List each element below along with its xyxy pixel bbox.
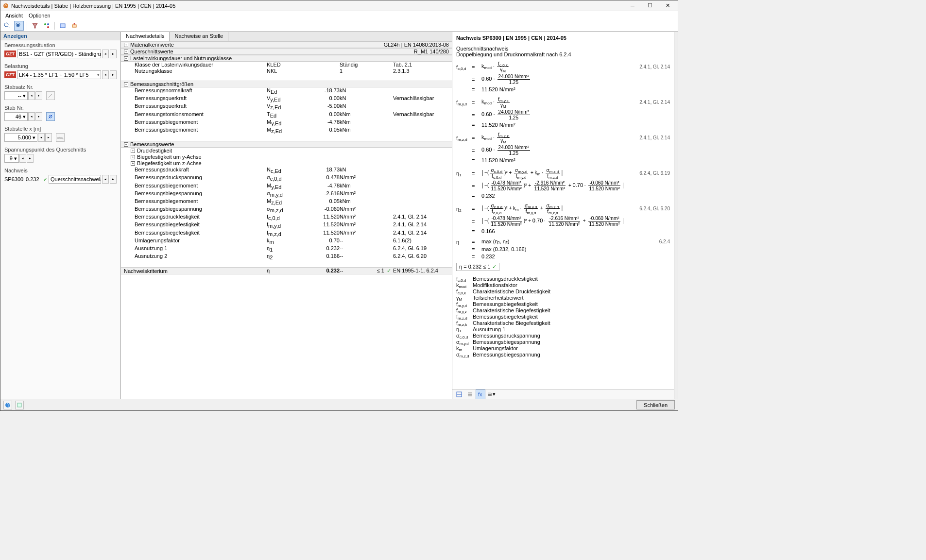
svg-rect-8 xyxy=(60,24,65,28)
expand-icon[interactable]: + xyxy=(131,149,135,153)
check-icon: ✓ xyxy=(492,264,497,270)
svg-rect-9 xyxy=(72,25,76,27)
units-icon[interactable] xyxy=(15,401,24,409)
prev-set-no[interactable]: ◂ xyxy=(28,91,35,100)
prev-member-no[interactable]: ◂ xyxy=(28,112,35,121)
next-set-no[interactable]: ▸ xyxy=(35,91,42,100)
svg-rect-24 xyxy=(17,403,21,407)
toolbar-filter-icon[interactable] xyxy=(30,21,40,31)
svg-point-7 xyxy=(47,23,49,25)
toolbar-separator xyxy=(54,22,55,30)
rt-show-all-icon[interactable] xyxy=(454,390,464,399)
titlebar: Nachweisdetails | Stäbe | Holzbemessung … xyxy=(0,0,678,11)
pick-set-icon[interactable] xyxy=(46,91,55,100)
close-window-button[interactable]: ✕ xyxy=(659,1,676,11)
svg-point-6 xyxy=(47,26,49,28)
toolbar xyxy=(0,20,678,32)
expand-icon[interactable]: + xyxy=(124,43,128,47)
toolbar-separator xyxy=(27,22,27,30)
svg-point-10 xyxy=(74,23,75,24)
content-area: Anzeigen Bemessungssituation GZT BS1 - G… xyxy=(0,32,678,399)
collapse-icon[interactable]: − xyxy=(124,56,128,61)
left-panel-header: Anzeigen xyxy=(0,32,120,40)
design-ratio: 0.232 xyxy=(26,176,42,182)
materials-right: GL24h | EN 14080:2013-08 xyxy=(384,42,452,48)
collapse-icon[interactable]: − xyxy=(124,142,128,147)
window-title: Nachweisdetails | Stäbe | Holzbemessung … xyxy=(11,3,624,9)
svg-point-5 xyxy=(44,23,46,25)
prev-design[interactable]: ◂ xyxy=(102,175,109,184)
app-icon xyxy=(2,2,9,9)
prev-loading[interactable]: ◂ xyxy=(102,70,109,79)
design-id: SP6300 xyxy=(4,176,25,182)
svg-line-2 xyxy=(8,26,10,28)
label-member-no: Stab Nr. xyxy=(4,105,117,111)
label-design-situation: Bemessungssituation xyxy=(4,42,117,48)
legend: fc,0,dBemessungsdruckfestigkeit kmodModi… xyxy=(456,276,670,357)
right-subtitle-2: Doppelbiegung und Drucknormalkraft nach … xyxy=(456,51,670,57)
svg-line-11 xyxy=(49,94,52,98)
prev-x-loc[interactable]: ◂ xyxy=(38,133,45,142)
toolbar-settings-icon[interactable] xyxy=(69,21,79,31)
badge-gzt: GZT xyxy=(4,51,16,57)
next-stress-pt[interactable]: ▸ xyxy=(27,154,34,163)
x-loc-input[interactable]: 5.000 ▾ xyxy=(4,133,37,142)
prev-stress-pt[interactable]: ◂ xyxy=(19,154,26,163)
cross-section-right: R_M1 140/280 xyxy=(414,49,452,54)
menu-view[interactable]: Ansicht xyxy=(2,12,26,19)
scrollbar[interactable] xyxy=(674,32,678,399)
collapse-icon[interactable]: − xyxy=(124,82,128,86)
svg-rect-4 xyxy=(17,24,19,26)
stress-pt-input[interactable]: 9 ▾ xyxy=(4,154,19,163)
check-icon: ✓ xyxy=(43,176,48,183)
design-combo[interactable]: Querschnittsnachweis | ... xyxy=(49,175,101,184)
right-subtitle-1: Querschnittsnachweis xyxy=(456,46,670,51)
toolbar-cs-icon[interactable] xyxy=(58,21,68,31)
x-loc-extra-icon[interactable]: x/xₖ xyxy=(56,133,65,142)
cross-section-header: Querschnittswerte xyxy=(130,49,173,54)
rt-print-icon[interactable]: ▾ xyxy=(486,390,496,399)
menubar: Ansicht Optionen xyxy=(0,11,678,20)
next-design-situation[interactable]: ▸ xyxy=(110,50,117,58)
svg-text:fx: fx xyxy=(478,391,482,397)
label-design: Nachweis xyxy=(4,168,117,173)
close-button[interactable]: Schließen xyxy=(636,400,675,409)
design-situation-combo[interactable]: BS1 - GZT (STR/GEO) - Ständig und vorüb.… xyxy=(17,50,101,58)
tab-at-location[interactable]: Nachweise an Stelle xyxy=(170,32,228,41)
help-icon[interactable]: ? xyxy=(3,401,12,409)
member-no-input[interactable]: 46 ▾ xyxy=(4,112,28,121)
prev-design-situation[interactable]: ◂ xyxy=(102,50,109,58)
rt-formula-icon[interactable]: fx xyxy=(476,390,485,399)
expand-icon[interactable]: + xyxy=(124,50,128,54)
expand-icon[interactable]: + xyxy=(131,161,135,166)
svg-text:?: ? xyxy=(7,402,10,407)
svg-rect-21 xyxy=(488,392,491,394)
minimize-button[interactable]: ─ xyxy=(624,1,641,11)
toolbar-search-member-icon[interactable] xyxy=(14,21,24,31)
menu-options[interactable]: Optionen xyxy=(26,12,53,19)
tab-details[interactable]: Nachweisdetails xyxy=(121,32,170,41)
next-design[interactable]: ▸ xyxy=(110,175,117,184)
set-no-input[interactable]: -- ▾ xyxy=(4,91,28,100)
check-icon: ✓ xyxy=(384,268,393,274)
label-set-no: Stabsatz Nr. xyxy=(4,84,117,90)
toolbar-show-all-icon[interactable] xyxy=(42,21,51,31)
maximize-button[interactable]: ☐ xyxy=(642,1,658,11)
left-panel: Anzeigen Bemessungssituation GZT BS1 - G… xyxy=(0,32,121,399)
rt-list-icon[interactable] xyxy=(465,390,475,399)
final-result-box: η = 0.232 ≤ 1 ✓ xyxy=(456,263,499,271)
label-x-loc: Stabstelle x [m] xyxy=(4,126,117,132)
expand-icon[interactable]: + xyxy=(131,155,135,159)
right-panel: Nachweis SP6300 | EN 1995 | CEN | 2014-0… xyxy=(452,32,674,399)
statusbar: ? Schließen xyxy=(0,399,678,410)
next-member-no[interactable]: ▸ xyxy=(35,112,42,121)
toolbar-search-icon[interactable] xyxy=(2,21,12,31)
right-title: Nachweis SP6300 | EN 1995 | CEN | 2014-0… xyxy=(456,35,670,41)
badge-gzt-2: GZT xyxy=(4,71,16,78)
next-x-loc[interactable]: ▸ xyxy=(45,133,52,142)
materials-header: Materialkennwerte xyxy=(130,42,174,48)
loading-combo[interactable]: LK4 - 1.35 * LF1 + 1.50 * LF5 xyxy=(17,70,101,79)
label-stress-pt: Spannungspunkt des Querschnitts xyxy=(4,147,117,153)
pick-member-icon[interactable] xyxy=(46,112,55,121)
next-loading[interactable]: ▸ xyxy=(110,70,117,79)
